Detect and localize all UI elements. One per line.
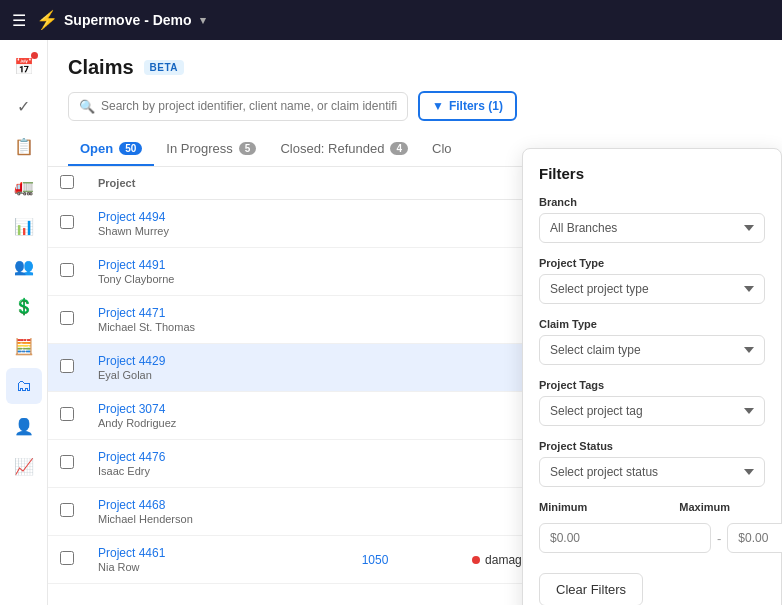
logo-icon: ⚡: [36, 9, 58, 31]
project-client: Isaac Edry: [98, 465, 338, 477]
tab-clo-label: Clo: [432, 141, 452, 156]
project-client: Eyal Golan: [98, 369, 338, 381]
tab-clo[interactable]: Clo: [420, 133, 464, 166]
damage-dot: [472, 556, 480, 564]
filter-project-type-wrapper: Select project type: [539, 274, 765, 304]
project-client: Tony Clayborne: [98, 273, 338, 285]
sidebar: 📅 ✓ 📋 🚛 📊 👥 💲 🧮 🗂 👤 📈: [0, 40, 48, 605]
sidebar-item-graph[interactable]: 📈: [6, 448, 42, 484]
row-checkbox[interactable]: [60, 311, 74, 325]
person-icon: 👤: [14, 417, 34, 436]
search-input[interactable]: [101, 99, 397, 113]
project-client: Andy Rodriguez: [98, 417, 338, 429]
filter-project-status-wrapper: Select project status: [539, 457, 765, 487]
calendar-icon: 📅: [14, 57, 34, 76]
col-tag: [350, 167, 460, 200]
clear-filters-button[interactable]: Clear Filters: [539, 573, 643, 605]
main-content: Claims BETA 🔍 ▼ Filters (1) Open 50 In P…: [48, 40, 782, 605]
filter-group-project-type: Project Type Select project type: [539, 257, 765, 304]
filter-project-status-label: Project Status: [539, 440, 765, 452]
sidebar-item-people[interactable]: 👥: [6, 248, 42, 284]
minimum-input[interactable]: [539, 523, 711, 553]
row-checkbox[interactable]: [60, 407, 74, 421]
filter-group-project-tags: Project Tags Select project tag: [539, 379, 765, 426]
tab-open[interactable]: Open 50: [68, 133, 154, 166]
filter-project-type-select[interactable]: Select project type: [539, 274, 765, 304]
search-icon: 🔍: [79, 99, 95, 114]
filter-project-tags-select[interactable]: Select project tag: [539, 396, 765, 426]
filter-group-amount: Minimum Maximum -: [539, 501, 765, 553]
sidebar-item-check[interactable]: ✓: [6, 88, 42, 124]
filter-branch-wrapper: All Branches: [539, 213, 765, 243]
sidebar-item-chart[interactable]: 📊: [6, 208, 42, 244]
maximum-input[interactable]: [727, 523, 782, 553]
project-link[interactable]: Project 4468: [98, 498, 338, 512]
sidebar-item-dollar[interactable]: 💲: [6, 288, 42, 324]
project-link[interactable]: Project 4471: [98, 306, 338, 320]
dollar-icon: 💲: [14, 297, 34, 316]
filter-branch-select[interactable]: All Branches: [539, 213, 765, 243]
project-link[interactable]: Project 3074: [98, 402, 338, 416]
filter-group-claim-type: Claim Type Select claim type: [539, 318, 765, 365]
app-logo[interactable]: ⚡ Supermove - Demo ▾: [36, 9, 206, 31]
top-nav: ☰ ⚡ Supermove - Demo ▾: [0, 0, 782, 40]
tab-in-progress[interactable]: In Progress 5: [154, 133, 268, 166]
sidebar-item-claims[interactable]: 🗂: [6, 368, 42, 404]
tag-ref-link[interactable]: 1050: [362, 553, 389, 567]
project-link[interactable]: Project 4491: [98, 258, 338, 272]
filters-label: Filters (1): [449, 99, 503, 113]
sidebar-item-calculator[interactable]: 🧮: [6, 328, 42, 364]
claims-icon: 🗂: [16, 377, 32, 395]
filter-minimum-label: Minimum: [539, 501, 587, 513]
tab-closed-refunded-badge: 4: [390, 142, 408, 155]
select-all-checkbox[interactable]: [60, 175, 74, 189]
sidebar-item-clipboard[interactable]: 📋: [6, 128, 42, 164]
project-link[interactable]: Project 4461: [98, 546, 338, 560]
filter-project-type-label: Project Type: [539, 257, 765, 269]
project-client: Nia Row: [98, 561, 338, 573]
row-checkbox[interactable]: [60, 503, 74, 517]
filters-button[interactable]: ▼ Filters (1): [418, 91, 517, 121]
filter-icon: ▼: [432, 99, 444, 113]
project-link[interactable]: Project 4494: [98, 210, 338, 224]
row-checkbox[interactable]: [60, 215, 74, 229]
tab-closed-refunded[interactable]: Closed: Refunded 4: [268, 133, 420, 166]
beta-badge: BETA: [144, 60, 184, 75]
filter-project-tags-label: Project Tags: [539, 379, 765, 391]
page-title: Claims: [68, 56, 134, 79]
filter-group-project-status: Project Status Select project status: [539, 440, 765, 487]
sidebar-item-person[interactable]: 👤: [6, 408, 42, 444]
menu-icon[interactable]: ☰: [12, 11, 26, 30]
filter-claim-type-select[interactable]: Select claim type: [539, 335, 765, 365]
truck-icon: 🚛: [14, 177, 34, 196]
row-checkbox[interactable]: [60, 263, 74, 277]
people-icon: 👥: [14, 257, 34, 276]
project-client: Shawn Murrey: [98, 225, 338, 237]
min-max-separator: -: [717, 531, 721, 546]
search-box[interactable]: 🔍: [68, 92, 408, 121]
project-link[interactable]: Project 4476: [98, 450, 338, 464]
filters-panel: Filters Branch All Branches Project Type…: [522, 148, 782, 605]
project-link[interactable]: Project 4429: [98, 354, 338, 368]
clipboard-icon: 📋: [14, 137, 34, 156]
calendar-badge: [31, 52, 38, 59]
min-max-row: -: [539, 523, 765, 553]
filter-maximum-label: Maximum: [679, 501, 730, 513]
row-checkbox[interactable]: [60, 455, 74, 469]
filter-project-tags-wrapper: Select project tag: [539, 396, 765, 426]
filters-panel-title: Filters: [539, 165, 765, 182]
col-project: Project: [86, 167, 350, 200]
filter-claim-type-label: Claim Type: [539, 318, 765, 330]
filter-group-branch: Branch All Branches: [539, 196, 765, 243]
project-client: Michael St. Thomas: [98, 321, 338, 333]
row-checkbox[interactable]: [60, 359, 74, 373]
sidebar-item-truck[interactable]: 🚛: [6, 168, 42, 204]
app-name: Supermove - Demo: [64, 12, 192, 28]
filter-branch-label: Branch: [539, 196, 765, 208]
row-checkbox[interactable]: [60, 551, 74, 565]
sidebar-item-calendar[interactable]: 📅: [6, 48, 42, 84]
toolbar: 🔍 ▼ Filters (1): [48, 79, 782, 133]
chart-icon: 📊: [14, 217, 34, 236]
filter-project-status-select[interactable]: Select project status: [539, 457, 765, 487]
tab-in-progress-label: In Progress: [166, 141, 232, 156]
